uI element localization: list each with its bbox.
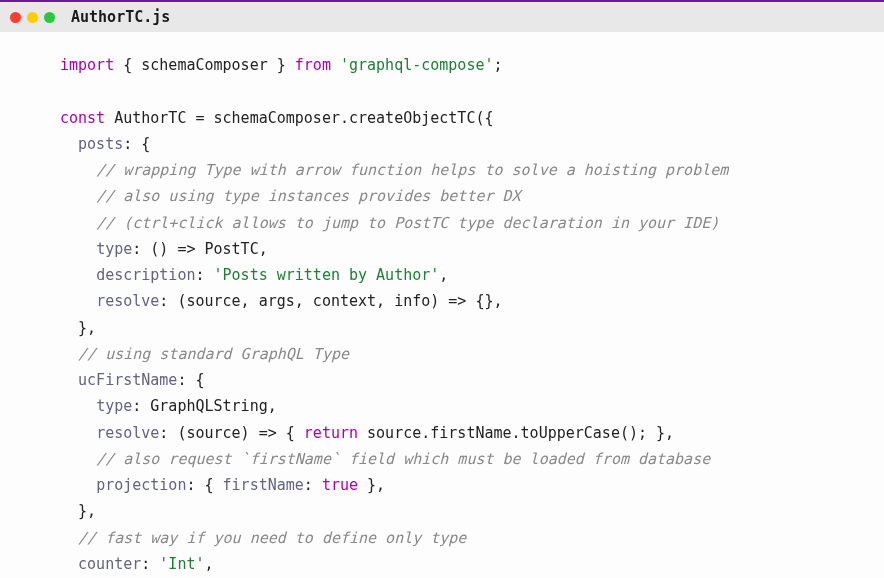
keyword-true: true: [322, 476, 358, 494]
object-key: resolve: [96, 424, 159, 442]
object-key: type: [96, 240, 132, 258]
code-text: {: [114, 56, 141, 74]
code-text: },: [78, 502, 96, 520]
indent: [60, 476, 96, 494]
comment: // using standard GraphQL Type: [78, 345, 349, 363]
object-key: ucFirstName: [78, 371, 177, 389]
indent: [60, 187, 96, 205]
code-text: ,: [205, 555, 214, 573]
object-key: posts: [78, 135, 123, 153]
indent: [60, 292, 96, 310]
indent: [60, 135, 78, 153]
code-editor[interactable]: import { schemaComposer } from 'graphql-…: [0, 32, 884, 578]
object-key: type: [96, 397, 132, 415]
object-key: projection: [96, 476, 186, 494]
indent: [60, 214, 96, 232]
editor-window: AuthorTC.js import { schemaComposer } fr…: [0, 0, 884, 578]
code-text: [331, 56, 340, 74]
code-text: ;: [494, 56, 503, 74]
minimize-icon[interactable]: [27, 12, 38, 23]
object-key: counter: [78, 555, 141, 573]
code-text: : {: [177, 371, 204, 389]
code-text: ,: [439, 266, 448, 284]
keyword-const: const: [60, 109, 105, 127]
keyword-import: import: [60, 56, 114, 74]
indent: [60, 502, 78, 520]
indent: [60, 529, 78, 547]
code-text: : {: [123, 135, 150, 153]
indent: [60, 161, 96, 179]
code-text: : (source) => {: [159, 424, 304, 442]
code-text: },: [78, 319, 96, 337]
code-text: : GraphQLString,: [132, 397, 277, 415]
indent: [60, 345, 78, 363]
indent: [60, 397, 96, 415]
comment: // wrapping Type with arrow function hel…: [96, 161, 728, 179]
code-text: :: [141, 555, 159, 573]
object-key: description: [96, 266, 195, 284]
keyword-return: return: [304, 424, 358, 442]
string-literal: 'graphql-compose': [340, 56, 494, 74]
code-text: },: [358, 476, 385, 494]
indent: [60, 266, 96, 284]
traffic-lights: [10, 12, 55, 23]
indent: [60, 555, 78, 573]
title-bar: AuthorTC.js: [0, 2, 884, 32]
indent: [60, 424, 96, 442]
comment: // also request `firstName` field which …: [96, 450, 710, 468]
code-text: : (source, args, context, info) => {},: [159, 292, 502, 310]
window-title: AuthorTC.js: [71, 8, 170, 26]
comment: // also using type instances provides be…: [96, 187, 520, 205]
code-text: source.firstName.toUpperCase(); },: [358, 424, 674, 442]
keyword-from: from: [295, 56, 331, 74]
code-text: }: [268, 56, 295, 74]
object-key: firstName: [223, 476, 304, 494]
maximize-icon[interactable]: [44, 12, 55, 23]
code-text: : {: [186, 476, 222, 494]
code-text: AuthorTC = schemaComposer.createObjectTC…: [105, 109, 493, 127]
indent: [60, 240, 96, 258]
code-text: :: [304, 476, 322, 494]
identifier: schemaComposer: [141, 56, 267, 74]
string-literal: 'Posts written by Author': [214, 266, 440, 284]
string-literal: 'Int': [159, 555, 204, 573]
object-key: resolve: [96, 292, 159, 310]
indent: [60, 371, 78, 389]
code-text: : () => PostTC,: [132, 240, 267, 258]
indent: [60, 319, 78, 337]
indent: [60, 450, 96, 468]
code-text: :: [195, 266, 213, 284]
comment: // (ctrl+click allows to jump to PostTC …: [96, 214, 719, 232]
close-icon[interactable]: [10, 12, 21, 23]
comment: // fast way if you need to define only t…: [78, 529, 466, 547]
